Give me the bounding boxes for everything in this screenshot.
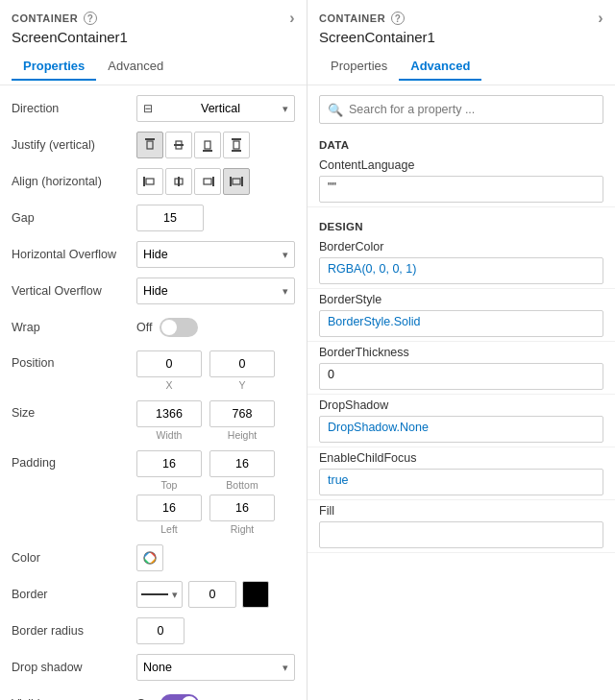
property-search-box: 🔍: [319, 95, 603, 124]
color-control: [136, 544, 295, 571]
svg-rect-15: [230, 177, 232, 186]
right-help-icon[interactable]: ?: [391, 12, 405, 25]
border-style-dropdown[interactable]: ▾: [136, 581, 183, 608]
wrap-label: Wrap: [12, 321, 136, 334]
border-control: ▾: [136, 581, 295, 608]
v-overflow-select[interactable]: Hide ▾: [136, 278, 295, 304]
content-language-value[interactable]: "": [319, 176, 603, 203]
align-right-btn[interactable]: [194, 168, 221, 195]
drop-shadow-select[interactable]: None ▾: [136, 654, 295, 681]
border-color-swatch[interactable]: [242, 581, 269, 608]
tab-properties-left[interactable]: Properties: [12, 53, 96, 81]
justify-middle-btn[interactable]: [165, 132, 192, 158]
right-chevron-icon[interactable]: ›: [598, 10, 603, 27]
justify-top-btn[interactable]: [136, 132, 163, 158]
size-control: Width Height: [136, 400, 295, 441]
direction-label: Direction: [12, 102, 136, 115]
left-panel-header: CONTAINER ? › ScreenContainer1 Propertie…: [0, 0, 307, 85]
svg-rect-0: [145, 138, 155, 140]
border-style-value[interactable]: BorderStyle.Solid: [319, 310, 603, 337]
enable-child-focus-value[interactable]: true: [319, 469, 603, 495]
wrap-row: Wrap Off: [12, 314, 295, 341]
drop-shadow-label-right: DropShadow: [319, 398, 603, 412]
border-controls: ▾: [136, 581, 269, 608]
padding-bottom-input[interactable]: [209, 450, 275, 477]
property-search-input[interactable]: [349, 103, 595, 116]
size-width-input[interactable]: [136, 400, 202, 427]
position-label: Position: [12, 350, 136, 370]
border-color-label: BorderColor: [319, 240, 603, 253]
align-left-btn[interactable]: [136, 168, 163, 195]
justify-control: [136, 132, 295, 158]
h-overflow-control: Hide ▾: [136, 241, 295, 268]
border-radius-label: Border radius: [12, 624, 136, 638]
position-control: X Y: [136, 350, 295, 391]
v-overflow-chevron: ▾: [283, 285, 288, 298]
border-radius-row: Border radius: [12, 617, 295, 644]
tab-advanced-right[interactable]: Advanced: [399, 53, 481, 81]
align-center-btn[interactable]: [165, 168, 192, 195]
align-row: Align (horizontal): [12, 168, 295, 195]
svg-rect-14: [204, 179, 211, 184]
drop-shadow-item: DropShadow DropShadow.None: [308, 395, 615, 447]
border-width-input[interactable]: [188, 581, 236, 608]
left-panel-tabs: Properties Advanced: [12, 53, 295, 81]
wrap-toggle-row: Off: [136, 318, 198, 337]
position-x-input[interactable]: [136, 350, 202, 377]
border-thickness-value[interactable]: 0: [319, 363, 603, 390]
border-line-preview: [141, 593, 168, 595]
left-chevron-icon[interactable]: ›: [289, 10, 295, 27]
color-picker-icon: [142, 550, 158, 566]
svg-rect-4: [203, 150, 212, 152]
fill-value[interactable]: [319, 521, 603, 548]
gap-input[interactable]: [136, 205, 204, 231]
color-picker-btn[interactable]: [136, 544, 163, 571]
size-height-input[interactable]: [209, 400, 275, 427]
data-section-header: DATA: [308, 133, 615, 155]
padding-bottom-label: Bottom: [226, 479, 258, 491]
visible-toggle[interactable]: [160, 694, 199, 700]
color-row: Color: [12, 544, 295, 571]
h-overflow-select[interactable]: Hide ▾: [136, 241, 295, 268]
wrap-control: Off: [136, 318, 295, 337]
svg-rect-8: [234, 141, 239, 149]
align-label: Align (horizontal): [12, 175, 136, 188]
tab-advanced-left[interactable]: Advanced: [96, 53, 175, 81]
justify-stretch-btn[interactable]: [223, 132, 250, 158]
right-panel-type-row: CONTAINER ? ›: [319, 10, 603, 27]
align-stretch-btn[interactable]: [223, 168, 250, 195]
h-overflow-label: Horizontal Overflow: [12, 248, 136, 261]
search-icon: 🔍: [328, 103, 343, 117]
left-panel-content: Direction ⊟ Vertical ▾ Justify (vertical…: [0, 85, 307, 700]
drop-shadow-control: None ▾: [136, 654, 295, 681]
position-row: Position X Y: [12, 350, 295, 391]
wrap-toggle[interactable]: [160, 318, 198, 337]
border-thickness-label: BorderThickness: [319, 346, 603, 359]
drop-shadow-value-right[interactable]: DropShadow.None: [319, 416, 603, 443]
enable-child-focus-item: EnableChildFocus true: [308, 447, 615, 500]
h-overflow-value: Hide: [143, 248, 168, 261]
padding-right-input[interactable]: [209, 495, 275, 521]
tab-properties-right[interactable]: Properties: [319, 53, 399, 81]
right-panel-tabs: Properties Advanced: [319, 53, 603, 81]
size-width-label: Width: [157, 429, 183, 441]
direction-icon: ⊟: [143, 102, 153, 115]
direction-control: ⊟ Vertical ▾: [136, 95, 295, 122]
left-help-icon[interactable]: ?: [84, 12, 97, 25]
fill-item: Fill: [308, 500, 615, 553]
drop-shadow-label: Drop shadow: [12, 661, 136, 674]
padding-right-group: Right: [209, 495, 275, 535]
direction-chevron: ▾: [283, 103, 288, 115]
size-width-group: Width: [136, 400, 202, 441]
right-panel: CONTAINER ? › ScreenContainer1 Propertie…: [308, 0, 615, 700]
border-style-chevron: ▾: [172, 589, 178, 601]
position-y-input[interactable]: [209, 350, 275, 377]
svg-rect-1: [147, 141, 153, 149]
padding-top-input[interactable]: [136, 450, 202, 477]
border-radius-input[interactable]: [136, 617, 184, 644]
border-color-value[interactable]: RGBA(0, 0, 0, 1): [319, 257, 603, 284]
justify-bottom-btn[interactable]: [194, 132, 221, 158]
v-overflow-control: Hide ▾: [136, 278, 295, 304]
direction-select[interactable]: ⊟ Vertical ▾: [136, 95, 295, 122]
padding-left-input[interactable]: [136, 495, 202, 521]
